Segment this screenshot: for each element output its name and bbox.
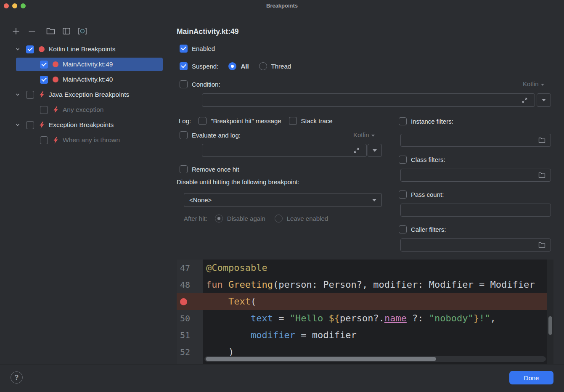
horizontal-scrollbar-thumb[interactable] [206, 357, 436, 361]
group-by-class-button[interactable] [61, 26, 71, 36]
disable-again-label: Disable again [227, 215, 265, 222]
code-line: fun Greeting(person: Person?, modifier: … [203, 276, 547, 293]
tree-item-exception-breakpoints[interactable]: Exception Breakpoints [0, 117, 170, 132]
line-breakpoint-icon [53, 77, 58, 82]
target-breakpoint-select[interactable]: <None> [184, 193, 382, 207]
window-title: Breakpoints [0, 3, 564, 9]
evaluate-row: Evaluate and log: [180, 130, 241, 140]
evaluate-history-button[interactable] [368, 144, 382, 157]
caller-filters-input[interactable] [400, 238, 551, 252]
gutter-breakpoint-line [177, 293, 203, 310]
line-breakpoint-icon [53, 61, 58, 67]
breakpoint-dot-icon[interactable] [180, 298, 187, 305]
log-message-checkbox[interactable] [199, 117, 207, 125]
tree-item-when-any-thrown[interactable]: When any is thrown [0, 132, 170, 148]
gutter-line-number: 48 [177, 276, 203, 293]
remove-breakpoint-button[interactable] [27, 26, 37, 36]
disable-again-radio[interactable] [215, 215, 223, 222]
suspend-checkbox[interactable] [180, 62, 188, 70]
vertical-scrollbar-thumb[interactable] [548, 316, 552, 335]
condition-input[interactable] [202, 93, 535, 107]
breakpoint-checkbox[interactable] [40, 61, 48, 69]
stack-trace-checkbox[interactable] [289, 117, 297, 125]
caller-filters-row: Caller filters: [399, 225, 446, 234]
breakpoint-checkbox[interactable] [40, 106, 48, 114]
group-breakpoints-button[interactable] [45, 26, 56, 36]
stack-trace-label: Stack trace [301, 117, 333, 124]
condition-history-button[interactable] [537, 93, 551, 107]
evaluate-checkbox[interactable] [180, 131, 188, 139]
chevron-down-icon [541, 84, 544, 86]
expand-editor-icon[interactable] [522, 97, 528, 103]
done-button[interactable]: Done [509, 371, 553, 384]
pass-count-checkbox[interactable] [399, 191, 407, 199]
tree-item-java-exception-breakpoints[interactable]: Java Exception Breakpoints [0, 87, 170, 102]
dropdown-arrow-icon [542, 99, 546, 101]
sidebar: Kotlin Line Breakpoints MainActivity.kt:… [0, 11, 171, 364]
chevron-down-icon[interactable] [15, 47, 21, 52]
expand-editor-icon[interactable] [353, 147, 360, 154]
tree-item-label: Any exception [63, 106, 103, 114]
condition-label: Condition: [192, 81, 220, 88]
folder-icon[interactable] [538, 242, 545, 248]
tree-item-label: MainActivity.kt:40 [63, 76, 113, 83]
remove-once-checkbox[interactable] [180, 165, 188, 173]
tree-item-kotlin-line-breakpoints[interactable]: Kotlin Line Breakpoints [0, 42, 170, 57]
group-checkbox[interactable] [26, 45, 34, 53]
evaluate-label: Evaluate and log: [192, 132, 241, 139]
add-breakpoint-button[interactable] [11, 26, 21, 36]
target-breakpoint-value: <None> [189, 196, 212, 204]
code-line: modifier = modifier [203, 327, 547, 344]
log-row: Log: "Breakpoint hit" message Stack trac… [179, 116, 333, 125]
gutter-line-number: 51 [177, 327, 203, 344]
folder-icon[interactable] [538, 172, 545, 178]
disable-until-label: Disable until hitting the following brea… [177, 178, 299, 185]
suspend-all-radio[interactable] [228, 62, 236, 70]
breakpoint-checkbox[interactable] [40, 76, 48, 84]
class-filters-checkbox[interactable] [399, 156, 407, 164]
instance-filters-input[interactable] [400, 134, 551, 147]
help-button[interactable]: ? [11, 371, 23, 384]
exception-breakpoint-icon [39, 122, 45, 129]
suspend-label: Suspend: [192, 63, 218, 70]
tree-item-any-exception[interactable]: Any exception [0, 102, 170, 117]
caller-filters-checkbox[interactable] [399, 225, 407, 233]
evaluate-language-selector[interactable]: Kotlin [353, 131, 375, 138]
code-line: @Composable [203, 260, 547, 276]
class-filters-input[interactable] [400, 169, 551, 182]
code-vertical-scrollbar[interactable] [547, 260, 553, 364]
breakpoint-checkbox[interactable] [40, 136, 48, 144]
chevron-down-icon[interactable] [15, 122, 21, 127]
exception-breakpoint-icon [53, 137, 59, 144]
chevron-down-icon[interactable] [15, 92, 21, 97]
titlebar: Breakpoints [0, 0, 564, 11]
folder-icon[interactable] [538, 137, 545, 143]
condition-checkbox[interactable] [180, 80, 188, 88]
enabled-checkbox[interactable] [180, 45, 188, 53]
sidebar-toolbar [11, 26, 93, 36]
tree-item-mainactivity-40[interactable]: MainActivity.kt:40 [0, 72, 170, 87]
code-horizontal-scrollbar[interactable] [204, 356, 546, 362]
breakpoints-tree: Kotlin Line Breakpoints MainActivity.kt:… [0, 42, 170, 148]
gutter-line-number: 50 [177, 310, 203, 327]
leave-enabled-label: Leave enabled [287, 215, 328, 222]
tree-item-mainactivity-49[interactable]: MainActivity.kt:49 [16, 58, 163, 71]
pass-count-input[interactable] [400, 204, 551, 217]
suspend-thread-radio[interactable] [259, 62, 267, 70]
leave-enabled-radio[interactable] [275, 215, 283, 222]
locate-breakpoint-button[interactable] [77, 26, 87, 36]
after-hit-label: After hit: [184, 215, 207, 222]
enabled-label: Enabled [192, 45, 215, 52]
code-line: Text( [203, 293, 547, 310]
pass-count-row: Pass count: [399, 190, 444, 199]
dropdown-arrow-icon [372, 199, 376, 201]
instance-filters-checkbox[interactable] [399, 117, 407, 125]
group-checkbox[interactable] [26, 121, 34, 129]
code-preview: 4748505152 @Composablefun Greeting(perso… [177, 260, 553, 364]
group-checkbox[interactable] [26, 91, 34, 99]
evaluate-input[interactable] [202, 144, 367, 157]
condition-language-selector[interactable]: Kotlin [523, 80, 544, 87]
line-breakpoint-icon [39, 46, 45, 52]
class-filters-label: Class filters: [411, 156, 445, 163]
chevron-down-icon [371, 135, 375, 137]
